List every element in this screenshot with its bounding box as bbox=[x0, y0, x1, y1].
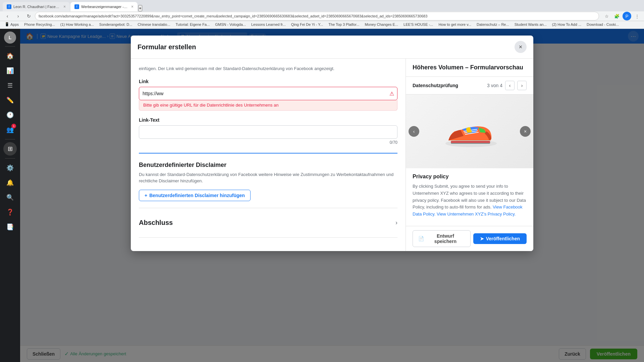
reload-button[interactable]: ↻ bbox=[24, 11, 34, 21]
link-text-input-wrapper bbox=[139, 125, 397, 139]
sidebar-icon-chart[interactable]: 📊 bbox=[3, 64, 17, 77]
link-error-message: Bitte gib eine gültige URL für die Daten… bbox=[139, 100, 397, 111]
extensions-button[interactable]: 🧩 bbox=[612, 12, 621, 20]
link-label: Link bbox=[139, 79, 397, 84]
section-divider-3 bbox=[139, 237, 397, 238]
section-divider-2 bbox=[139, 208, 397, 208]
new-tab-button[interactable]: + bbox=[138, 5, 142, 11]
sidebar-icon-edit[interactable]: ✏️ bbox=[3, 94, 17, 107]
link-input[interactable] bbox=[139, 87, 397, 100]
bookmark-student[interactable]: Student Wants an... bbox=[513, 22, 549, 27]
tab-favicon-1: f bbox=[7, 4, 11, 9]
add-disclaimer-button[interactable]: + Benutzerdefinierten Disclaimer hinzufü… bbox=[139, 190, 251, 201]
shoe-svg bbox=[439, 111, 500, 152]
browser-tab-1[interactable]: f Leon R. Chaudhari | Facebook × bbox=[3, 2, 70, 11]
modal-body: einfügen. Der Link wird gemeinsam mit de… bbox=[131, 59, 533, 251]
bookmark-tutorial[interactable]: Tutorial: Eigene Fa... bbox=[174, 22, 212, 27]
disclaimer-section: Benutzerdefinierter Disclaimer Du kannst… bbox=[139, 162, 397, 201]
preview-nav-count: 3 von 4 bbox=[487, 83, 502, 88]
app-container: L 🏠 📊 ☰ ✏️ 🕐 👥 1 ⊞ ⚙️ 🔔 🔍 ❓ 📑 🏠 | 📁 N bbox=[0, 29, 644, 362]
privacy-section: Privacy policy By clicking Submit, you a… bbox=[406, 168, 533, 223]
preview-header: Höheres Volumen – Formularvorschau bbox=[406, 59, 533, 77]
sidebar-icon-layers[interactable]: 📑 bbox=[3, 220, 17, 234]
bookmark-download[interactable]: Download - Cooki... bbox=[585, 22, 621, 27]
bookmark-datenschutz[interactable]: Datenschutz – Re... bbox=[475, 22, 511, 27]
sidebar-icon-help[interactable]: ❓ bbox=[3, 205, 17, 219]
bookmark-money[interactable]: Money Changes E... bbox=[363, 22, 400, 27]
privacy-link-2[interactable]: View Unternehmen XYZ's Privacy Policy. bbox=[437, 212, 516, 217]
sidebar-separator-3 bbox=[5, 158, 15, 159]
back-button[interactable]: ‹ bbox=[3, 11, 12, 21]
bookmark-how-add[interactable]: (2) How To Add ... bbox=[550, 22, 583, 27]
sidebar-icon-search[interactable]: 🔍 bbox=[3, 191, 17, 204]
tab-favicon-2: f bbox=[74, 4, 79, 9]
more-button[interactable]: ⋮ bbox=[633, 12, 641, 20]
sidebar-icon-settings[interactable]: ⚙️ bbox=[3, 161, 17, 175]
browser-tab-2[interactable]: f Werbeanzeigenmanager - We... × bbox=[70, 2, 138, 11]
modal-overlay: Formular erstellen × einfügen. Der Link … bbox=[20, 29, 644, 362]
conclusion-title: Abschluss bbox=[139, 219, 173, 227]
char-count: 0/70 bbox=[139, 140, 397, 145]
preview-title: Höheres Volumen – Formularvorschau bbox=[413, 64, 523, 71]
sidebar-icon-grid[interactable]: ⊞ bbox=[3, 142, 17, 156]
conclusion-section-header[interactable]: Abschluss › bbox=[139, 215, 397, 231]
sidebar-separator-2 bbox=[5, 139, 15, 139]
notification-badge: 1 bbox=[11, 124, 16, 128]
chevron-down-icon: › bbox=[395, 219, 397, 226]
link-text-label: Link-Text bbox=[139, 117, 397, 123]
bookmark-top3[interactable]: The Top 3 Platfor... bbox=[326, 22, 361, 27]
link-text-section: Link-Text 0/70 bbox=[139, 117, 397, 145]
bookmark-how-working[interactable]: (1) How Working a... bbox=[58, 22, 96, 27]
address-bar[interactable]: facebook.com/adsmanager/manage/ads/edit?… bbox=[35, 12, 599, 20]
profile-button[interactable]: P bbox=[623, 12, 631, 20]
shoe-image bbox=[406, 95, 533, 168]
sidebar-icon-bell[interactable]: 🔔 bbox=[3, 176, 17, 189]
sidebar: L 🏠 📊 ☰ ✏️ 🕐 👥 1 ⊞ ⚙️ 🔔 🔍 ❓ 📑 bbox=[0, 29, 20, 362]
bookmark-more[interactable]: How to get more v... bbox=[436, 22, 473, 27]
address-text: facebook.com/adsmanager/manage/ads/edit?… bbox=[39, 14, 427, 18]
draft-save-button[interactable]: 📄 Entwurf speichern bbox=[413, 230, 471, 247]
preview-prev-button[interactable]: ‹ bbox=[505, 81, 515, 90]
preview-image-close-button[interactable]: × bbox=[520, 126, 531, 137]
preview-nav: Datenschutzprüfung 3 von 4 ‹ › bbox=[406, 77, 533, 95]
browser-right-icons: ☆ 🧩 P ⋮ bbox=[602, 12, 641, 20]
sidebar-icon-home[interactable]: 🏠 bbox=[3, 49, 17, 63]
privacy-text: By clicking Submit, you agree to send yo… bbox=[413, 183, 527, 218]
add-disclaimer-label: Benutzerdefinierten Disclaimer hinzufüge… bbox=[149, 193, 245, 198]
preview-body: ‹ × Privacy policy By clicking Submit, y… bbox=[406, 95, 533, 226]
draft-save-label: Entwurf speichern bbox=[426, 233, 465, 244]
tab-label-1: Leon R. Chaudhari | Facebook bbox=[13, 5, 60, 9]
preview-image-prev-button[interactable]: ‹ bbox=[409, 126, 419, 137]
bookmark-sonder[interactable]: Sonderangebot: D... bbox=[97, 22, 134, 27]
publish-button[interactable]: ➤ Veröffentlichen bbox=[473, 233, 527, 244]
publish-label: Veröffentlichen bbox=[486, 236, 520, 241]
sidebar-icon-menu[interactable]: ☰ bbox=[3, 79, 17, 92]
modal-title: Formular erstellen bbox=[138, 43, 196, 51]
sidebar-icon-history[interactable]: 🕐 bbox=[3, 108, 17, 122]
sidebar-separator-1 bbox=[5, 46, 15, 47]
bookmark-lessons[interactable]: Lessons Learned fr... bbox=[249, 22, 288, 27]
preview-next-button[interactable]: › bbox=[517, 81, 527, 90]
avatar-initial: L bbox=[9, 35, 12, 40]
bookmark-qing[interactable]: Qing Fei De Yi - Y... bbox=[289, 22, 325, 27]
preview-nav-label: Datenschutzprüfung bbox=[413, 83, 484, 88]
modal-right-panel: Höheres Volumen – Formularvorschau Daten… bbox=[406, 59, 533, 251]
bookmark-lees[interactable]: LEE'S HOUSE -... bbox=[401, 22, 435, 27]
main-area: 🏠 | 📁 Neue Kampagne für Leadge... › ⊞ Ne… bbox=[20, 29, 644, 362]
bookmark-gmsn[interactable]: GMSN - Vologda... bbox=[213, 22, 248, 27]
sidebar-icon-community[interactable]: 👥 1 bbox=[3, 123, 17, 136]
bookmark-apps[interactable]: 📱Apps bbox=[3, 21, 21, 27]
modal-footer: 📄 Entwurf speichern ➤ Veröffentlichen bbox=[406, 226, 533, 251]
avatar[interactable]: L bbox=[4, 32, 16, 44]
bookmark-star-button[interactable]: ☆ bbox=[602, 12, 611, 20]
forward-button[interactable]: › bbox=[13, 11, 23, 21]
tab-close-1[interactable]: × bbox=[63, 4, 66, 9]
bookmark-phone[interactable]: Phone Recycling... bbox=[22, 22, 57, 27]
bookmark-chinese[interactable]: Chinese translatio... bbox=[136, 22, 172, 27]
section-divider-1 bbox=[139, 153, 397, 154]
svg-rect-5 bbox=[451, 141, 490, 143]
tab-close-2[interactable]: × bbox=[131, 4, 133, 9]
link-text-input[interactable] bbox=[139, 125, 397, 139]
modal-header: Formular erstellen × bbox=[131, 36, 533, 59]
modal-close-button[interactable]: × bbox=[515, 41, 527, 53]
